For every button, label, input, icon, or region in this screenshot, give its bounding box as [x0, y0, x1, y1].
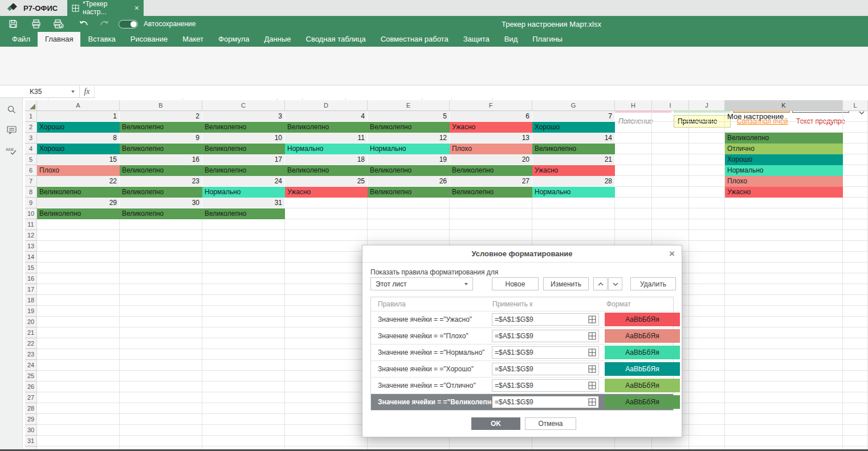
- row-header-9[interactable]: 9: [25, 198, 37, 208]
- cell-E1[interactable]: 5: [368, 111, 450, 122]
- cell-D3[interactable]: 11: [285, 133, 368, 144]
- menu-tab-10[interactable]: Вид: [497, 32, 525, 47]
- cell-L4[interactable]: [843, 144, 868, 154]
- cell-D6[interactable]: Великолепно: [285, 165, 368, 176]
- rules-scope-select[interactable]: Этот лист: [370, 277, 473, 290]
- rule-row-5[interactable]: Значение ячейки = ="Великолепно"=$A$1:$G…: [371, 393, 673, 410]
- cell-D2[interactable]: Великолепно: [285, 122, 368, 133]
- cell-F3[interactable]: 13: [450, 133, 532, 144]
- cell-A1[interactable]: 1: [37, 111, 120, 122]
- cell-G4[interactable]: Великолепно: [532, 144, 615, 154]
- menu-tab-2[interactable]: Вставка: [80, 32, 123, 47]
- cell-C5[interactable]: 17: [202, 154, 285, 165]
- cell-B25[interactable]: [120, 371, 202, 382]
- cell-J3[interactable]: [689, 133, 725, 144]
- cell-J30[interactable]: [689, 425, 725, 436]
- cell-A14[interactable]: [37, 252, 120, 263]
- cell-B27[interactable]: [120, 392, 202, 403]
- cell-B23[interactable]: [120, 349, 202, 360]
- cell-K22[interactable]: [725, 338, 843, 349]
- col-header-A[interactable]: A: [37, 100, 120, 111]
- cell-A29[interactable]: [37, 414, 120, 425]
- cell-A30[interactable]: [37, 425, 120, 436]
- cell-C3[interactable]: 10: [202, 133, 285, 144]
- cell-K2[interactable]: [725, 122, 843, 133]
- print-button[interactable]: [30, 18, 42, 30]
- delete-rule-button[interactable]: Удалить: [630, 277, 676, 290]
- cell-K26[interactable]: [725, 382, 843, 392]
- cell-K15[interactable]: [725, 263, 843, 273]
- cell-K17[interactable]: [725, 284, 843, 295]
- cell-J2[interactable]: [689, 122, 725, 133]
- cell-K7[interactable]: Плохо: [725, 176, 843, 187]
- cell-D13[interactable]: [285, 241, 368, 252]
- cell-H10[interactable]: [615, 208, 652, 219]
- col-header-D[interactable]: D: [285, 100, 368, 111]
- cell-J9[interactable]: [689, 198, 725, 208]
- cell-C28[interactable]: [202, 403, 285, 414]
- row-header-19[interactable]: 19: [25, 306, 37, 317]
- cell-G6[interactable]: Ужасно: [532, 165, 615, 176]
- formula-input[interactable]: [95, 85, 868, 98]
- cell-I4[interactable]: [652, 144, 689, 154]
- cell-J20[interactable]: [689, 317, 725, 327]
- cell-K20[interactable]: [725, 317, 843, 327]
- cell-I8[interactable]: [652, 187, 689, 198]
- row-header-12[interactable]: 12: [25, 230, 37, 241]
- cell-D21[interactable]: [285, 327, 368, 338]
- cell-K21[interactable]: [725, 327, 843, 338]
- select-all-corner[interactable]: [25, 100, 37, 111]
- cell-J10[interactable]: [689, 208, 725, 219]
- cell-L27[interactable]: [843, 392, 868, 403]
- cell-C11[interactable]: [202, 219, 285, 230]
- cell-F10[interactable]: [450, 208, 532, 219]
- cell-L8[interactable]: [843, 187, 868, 198]
- row-header-29[interactable]: 29: [25, 414, 37, 425]
- cell-C10[interactable]: Великолепно: [202, 208, 285, 219]
- cell-J17[interactable]: [689, 284, 725, 295]
- cell-J5[interactable]: [689, 154, 725, 165]
- cell-L12[interactable]: [843, 230, 868, 241]
- cell-A3[interactable]: 8: [37, 133, 120, 144]
- cell-C13[interactable]: [202, 241, 285, 252]
- cell-I1[interactable]: [652, 111, 689, 122]
- cell-C8[interactable]: Нормально: [202, 187, 285, 198]
- cell-A11[interactable]: [37, 219, 120, 230]
- cell-C17[interactable]: [202, 284, 285, 295]
- cell-B21[interactable]: [120, 327, 202, 338]
- cell-K30[interactable]: [725, 425, 843, 436]
- row-header-8[interactable]: 8: [25, 187, 37, 198]
- row-header-5[interactable]: 5: [25, 154, 37, 165]
- cell-F6[interactable]: Великолепно: [450, 165, 532, 176]
- cell-B19[interactable]: [120, 306, 202, 317]
- cell-I9[interactable]: [652, 198, 689, 208]
- cell-B29[interactable]: [120, 414, 202, 425]
- cell-D27[interactable]: [285, 392, 368, 403]
- cell-K27[interactable]: [725, 392, 843, 403]
- menu-tab-8[interactable]: Совместная работа: [373, 32, 456, 47]
- row-header-14[interactable]: 14: [25, 252, 37, 263]
- cancel-button[interactable]: Отмена: [525, 417, 576, 430]
- cell-A26[interactable]: [37, 382, 120, 392]
- cell-A6[interactable]: Плохо: [37, 165, 120, 176]
- col-header-L[interactable]: L: [843, 100, 868, 111]
- cell-D19[interactable]: [285, 306, 368, 317]
- autosave-toggle[interactable]: [119, 20, 138, 28]
- cell-J19[interactable]: [689, 306, 725, 317]
- row-header-30[interactable]: 30: [25, 425, 37, 436]
- cell-H11[interactable]: [615, 219, 652, 230]
- cell-G10[interactable]: [532, 208, 615, 219]
- col-header-B[interactable]: B: [120, 100, 202, 111]
- cell-H12[interactable]: [615, 230, 652, 241]
- cell-J25[interactable]: [689, 371, 725, 382]
- cell-L14[interactable]: [843, 252, 868, 263]
- cell-A27[interactable]: [37, 392, 120, 403]
- cell-J6[interactable]: [689, 165, 725, 176]
- col-header-G[interactable]: G: [532, 100, 615, 111]
- cell-L30[interactable]: [843, 425, 868, 436]
- cell-D18[interactable]: [285, 295, 368, 306]
- cell-K13[interactable]: [725, 241, 843, 252]
- cell-H6[interactable]: [615, 165, 652, 176]
- cell-K12[interactable]: [725, 230, 843, 241]
- cell-J21[interactable]: [689, 327, 725, 338]
